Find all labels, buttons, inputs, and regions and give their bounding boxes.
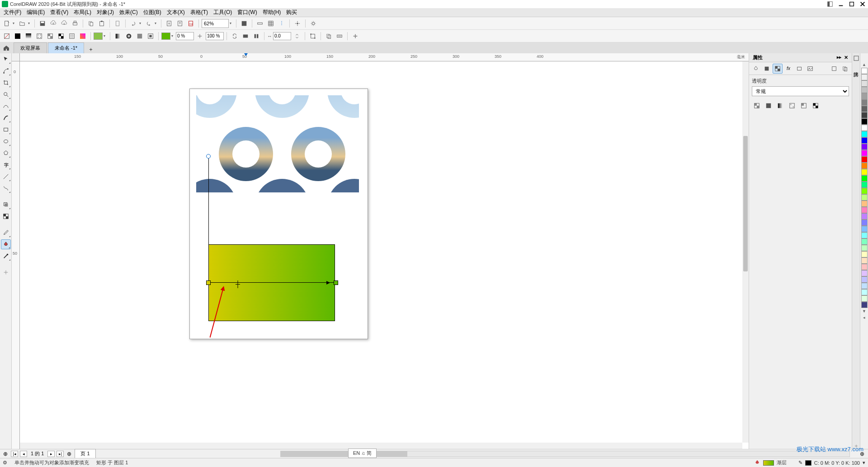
merge-mode-select[interactable]: 常规 bbox=[752, 86, 849, 96]
new-doc-button[interactable] bbox=[2, 19, 12, 28]
transparency-bitmap-icon[interactable] bbox=[799, 101, 809, 111]
docker-close-icon[interactable]: ✕ bbox=[844, 55, 848, 61]
print-button[interactable] bbox=[70, 19, 80, 28]
toolbox-add-button[interactable] bbox=[1, 267, 11, 277]
palette-swatch[interactable] bbox=[861, 226, 868, 232]
palette-swatch[interactable] bbox=[861, 232, 868, 238]
docker-bitmap-tab[interactable] bbox=[805, 64, 815, 74]
transparency-twocolor-icon[interactable] bbox=[811, 101, 821, 111]
menu-edit[interactable]: 编辑(E) bbox=[24, 8, 47, 17]
save-button[interactable] bbox=[38, 19, 47, 28]
rectangle-tool[interactable] bbox=[1, 125, 11, 135]
fill-swatch[interactable] bbox=[763, 460, 774, 466]
undo-dropdown[interactable]: ▾ bbox=[139, 21, 143, 25]
texture-fill-icon[interactable] bbox=[67, 31, 77, 41]
new-doc-dropdown[interactable]: ▾ bbox=[13, 21, 16, 25]
ruler-corner[interactable] bbox=[12, 53, 20, 61]
drop-shadow-tool[interactable] bbox=[1, 200, 11, 210]
tab-add-button[interactable]: ＋ bbox=[87, 45, 95, 53]
status-menu-icon[interactable]: ▾ bbox=[863, 460, 865, 466]
open-dropdown[interactable]: ▾ bbox=[28, 21, 32, 25]
redo-dropdown[interactable]: ▾ bbox=[155, 21, 158, 25]
shape-tool[interactable] bbox=[1, 66, 11, 76]
edit-fill-button[interactable] bbox=[335, 31, 344, 41]
fill-indicator-icon[interactable] bbox=[754, 459, 760, 467]
menu-bitmap[interactable]: 位图(B) bbox=[141, 8, 164, 17]
navigator-icon[interactable]: ⊕ bbox=[860, 451, 864, 457]
home-icon[interactable] bbox=[3, 44, 10, 51]
gear-icon[interactable]: ⚙ bbox=[3, 460, 7, 466]
stepper-icon[interactable] bbox=[292, 31, 302, 41]
palette-swatch[interactable] bbox=[861, 125, 868, 131]
palette-swatch[interactable] bbox=[861, 87, 868, 93]
tab-welcome[interactable]: 欢迎屏幕 bbox=[14, 42, 47, 53]
pick-tool[interactable] bbox=[1, 54, 11, 64]
transparency-vector-icon[interactable] bbox=[787, 101, 797, 111]
palette-swatch[interactable] bbox=[861, 264, 868, 270]
no-fill-icon[interactable] bbox=[2, 31, 12, 41]
postscript-fill-icon[interactable] bbox=[78, 31, 88, 41]
palette-swatch[interactable] bbox=[861, 207, 868, 213]
tab-document[interactable]: 未命名 -1* bbox=[48, 42, 84, 53]
options-button[interactable] bbox=[308, 19, 318, 28]
zoom-input[interactable] bbox=[202, 19, 229, 28]
copy-fill-button[interactable] bbox=[324, 31, 334, 41]
palette-swatch[interactable] bbox=[861, 283, 868, 289]
docker-menu-icon[interactable] bbox=[840, 64, 850, 74]
palette-swatch[interactable] bbox=[861, 112, 868, 118]
horizontal-ruler[interactable]: 毫米 150 100 50 0 50 100 150 200 250 300 3… bbox=[20, 53, 749, 61]
first-page-button[interactable]: |◂ bbox=[11, 451, 18, 457]
palette-swatch[interactable] bbox=[861, 302, 868, 308]
transparency-none-icon[interactable] bbox=[752, 101, 762, 111]
menu-tools[interactable]: 工具(O) bbox=[211, 8, 235, 17]
gradient-midpoint-cursor[interactable]: ┼ bbox=[236, 280, 240, 288]
paste-button[interactable] bbox=[97, 19, 107, 28]
cloud-down-button[interactable] bbox=[59, 19, 69, 28]
grad-end-dropdown[interactable]: ▾ bbox=[171, 34, 175, 38]
two-color-pattern-icon[interactable] bbox=[56, 31, 66, 41]
palette-swatch[interactable] bbox=[861, 169, 868, 175]
gradient-end-color-swatch[interactable] bbox=[161, 33, 170, 40]
page-1-tab[interactable]: 页 1 bbox=[75, 449, 95, 458]
smooth-button[interactable] bbox=[251, 31, 261, 41]
solid-fill-icon[interactable] bbox=[13, 31, 23, 41]
outline-tool[interactable] bbox=[1, 251, 11, 261]
fill-color-swatch[interactable] bbox=[94, 33, 103, 40]
add-preset-button[interactable] bbox=[350, 31, 360, 41]
palette-swatch[interactable] bbox=[861, 276, 868, 283]
palette-swatch[interactable] bbox=[861, 245, 868, 251]
docker-transparency-tab[interactable] bbox=[773, 64, 783, 74]
palette-swatch[interactable] bbox=[861, 289, 868, 295]
docker-side-icon[interactable] bbox=[853, 55, 859, 61]
palette-swatch[interactable] bbox=[861, 219, 868, 226]
import-button[interactable] bbox=[164, 19, 174, 28]
vertical-scrollbar[interactable] bbox=[742, 61, 749, 443]
palette-swatch[interactable] bbox=[861, 118, 868, 125]
minimize-button[interactable] bbox=[837, 0, 844, 8]
fountain-fill-icon[interactable] bbox=[24, 31, 33, 41]
palette-swatch[interactable] bbox=[861, 188, 868, 194]
outline-indicator-icon[interactable]: ✎ bbox=[798, 460, 802, 466]
zoom-dropdown[interactable]: ▾ bbox=[230, 21, 233, 25]
docker-fx-tab[interactable]: fx bbox=[783, 64, 793, 74]
palette-flyout-arrow[interactable]: ◂ bbox=[863, 314, 865, 321]
palette-swatch[interactable] bbox=[861, 194, 868, 201]
interactive-fill-tool[interactable] bbox=[1, 239, 11, 249]
palette-down-arrow[interactable]: ▼ bbox=[862, 308, 866, 314]
palette-swatch[interactable] bbox=[861, 106, 868, 112]
docker-outline-tab[interactable] bbox=[762, 64, 772, 74]
docker-side-tab[interactable]: 滨绊 bbox=[852, 65, 860, 70]
palette-swatch[interactable] bbox=[861, 80, 868, 87]
palette-swatch[interactable] bbox=[861, 137, 868, 144]
window-dock-icon[interactable] bbox=[826, 0, 834, 8]
palette-swatch[interactable] bbox=[861, 182, 868, 188]
parallel-dim-tool[interactable] bbox=[1, 172, 11, 182]
palette-swatch[interactable] bbox=[861, 238, 868, 245]
menu-layout[interactable]: 布局(L) bbox=[71, 8, 94, 17]
arrange-fill-button[interactable] bbox=[241, 31, 250, 41]
prev-page-button[interactable]: ◂ bbox=[20, 451, 27, 457]
transparency-fountain-icon[interactable] bbox=[775, 101, 785, 111]
ime-indicator[interactable]: EN ♫ 简 bbox=[348, 448, 377, 458]
docker-collapse-icon[interactable]: ▸▸ bbox=[837, 55, 841, 61]
close-button[interactable] bbox=[859, 0, 866, 8]
